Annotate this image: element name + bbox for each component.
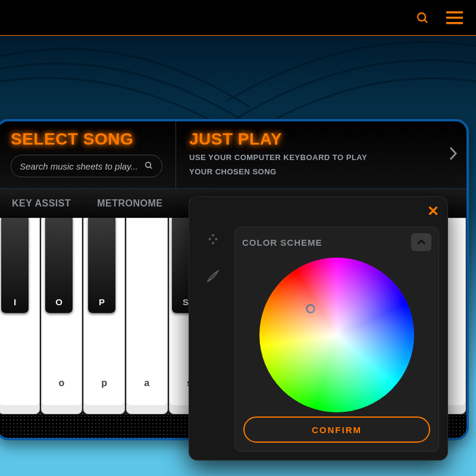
menu-icon[interactable] [446, 11, 463, 24]
confirm-button[interactable]: CONFIRM [243, 416, 430, 443]
svg-line-1 [424, 20, 427, 23]
brush-icon[interactable] [205, 268, 221, 284]
just-play-title: JUST PLAY [189, 130, 453, 149]
close-icon[interactable]: ✕ [427, 203, 439, 220]
header-row: SELECT SONG Search music sheets to play.… [0, 121, 466, 189]
song-search-input[interactable]: Search music sheets to play... [11, 155, 162, 177]
black-key[interactable]: I [1, 218, 29, 313]
color-scheme-title: COLOR SCHEME [242, 237, 322, 248]
select-song-title: SELECT SONG [11, 130, 162, 149]
svg-point-11 [208, 238, 211, 240]
chevron-right-icon[interactable] [449, 146, 458, 164]
search-icon [144, 161, 154, 172]
svg-point-0 [418, 13, 425, 21]
color-scheme-panel: COLOR SCHEME CONFIRM [234, 227, 439, 452]
collapse-button[interactable] [411, 233, 431, 251]
svg-rect-2 [446, 11, 463, 14]
song-search-placeholder: Search music sheets to play... [20, 161, 138, 171]
color-picker-handle[interactable] [306, 304, 315, 314]
black-key[interactable]: P [88, 218, 115, 313]
white-key[interactable]: a [126, 218, 168, 414]
svg-rect-3 [446, 17, 463, 19]
black-key[interactable]: O [45, 218, 73, 313]
color-wheel[interactable] [259, 258, 414, 412]
tab-key-assist[interactable]: KEY ASSIST [12, 198, 71, 209]
svg-point-13 [212, 242, 214, 244]
app-topbar [0, 0, 476, 36]
tab-metronome[interactable]: METRONOME [97, 198, 162, 209]
svg-rect-4 [446, 22, 463, 24]
just-play-sub2: YOUR CHOSEN SONG [189, 167, 453, 177]
just-play-section[interactable]: JUST PLAY USE YOUR COMPUTER KEYBOARD TO … [176, 121, 466, 188]
search-icon[interactable] [415, 11, 430, 25]
svg-point-10 [212, 234, 214, 236]
svg-point-12 [215, 238, 217, 240]
texture-icon[interactable] [205, 231, 221, 247]
just-play-sub1: USE YOUR COMPUTER KEYBOARD TO PLAY [189, 152, 453, 163]
svg-line-6 [150, 167, 152, 168]
svg-point-5 [146, 162, 151, 167]
styles-popup: ✕ COLOR SCHEME CONFIRM [189, 196, 448, 461]
style-category-tabs [198, 231, 228, 284]
select-song-section: SELECT SONG Search music sheets to play.… [0, 121, 176, 188]
